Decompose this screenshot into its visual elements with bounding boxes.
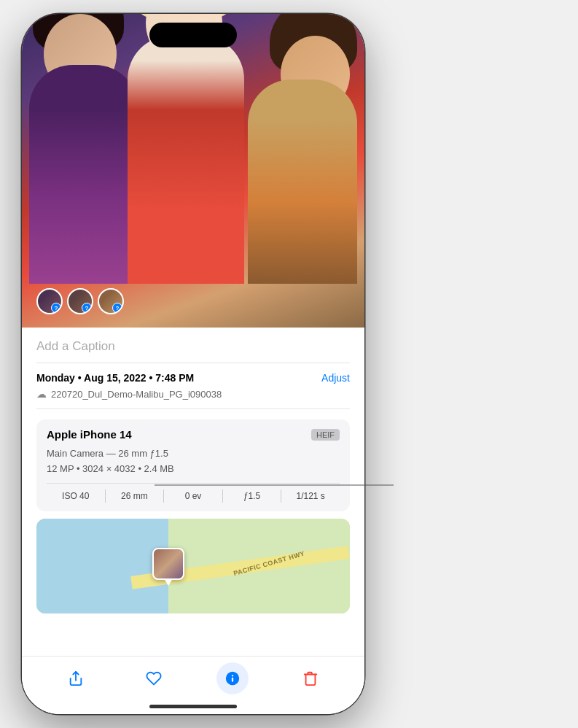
exif-shutter: 1/121 s [281,489,340,503]
face-circles-container: ? ? ? [36,288,124,314]
camera-model-row: Apple iPhone 14 HEIF [47,428,340,441]
camera-lens: Main Camera — 26 mm ƒ1.5 12 MP • 3024 × … [47,446,340,477]
phone-frame: ? ? ? Add a Caption Monday • Aug 15, 202… [22,14,364,714]
info-button[interactable] [216,662,249,694]
camera-model: Apple iPhone 14 [47,428,132,441]
person-right-body [248,80,357,284]
face-badge-2: ? [82,303,92,313]
file-row: ☁ 220720_Dul_Demo-Malibu_PG_i090038 [36,387,350,409]
home-indicator [149,705,237,708]
exif-ev: 0 ev [164,489,223,503]
exif-row: ISO 40 26 mm 0 ev ƒ1.5 1/121 s [47,483,340,503]
heif-badge: HEIF [311,429,340,441]
favorite-button[interactable] [138,662,170,694]
face-badge-1: ? [51,303,61,313]
face-circle-2[interactable]: ? [67,288,93,314]
screen: ? ? ? Add a Caption Monday • Aug 15, 202… [22,14,364,714]
photo-area: ? ? ? [22,14,364,328]
face-circle-1[interactable]: ? [36,288,63,314]
map-background: PACIFIC COAST HWY [36,519,350,613]
date-row: Monday • Aug 15, 2022 • 7:48 PM Adjust [36,363,350,387]
exif-aperture: ƒ1.5 [223,489,282,503]
map-area[interactable]: PACIFIC COAST HWY [36,519,350,613]
photo-date: Monday • Aug 15, 2022 • 7:48 PM [36,372,194,384]
camera-card: Apple iPhone 14 HEIF Main Camera — 26 mm… [36,419,350,511]
dynamic-island [149,23,237,47]
face-circle-3[interactable]: ? [98,288,124,314]
face-badge-3: ? [112,303,122,313]
person-center-body [128,36,244,284]
exif-mm: 26 mm [106,489,165,503]
adjust-button[interactable]: Adjust [321,372,350,384]
share-button[interactable] [60,662,92,694]
caption-field[interactable]: Add a Caption [36,328,350,363]
map-photo-thumbnail [152,548,184,580]
map-pin [152,548,184,586]
cloud-icon: ☁ [36,388,47,400]
delete-button[interactable] [294,662,327,694]
person-left-body [29,65,138,284]
map-pin-tail [164,578,173,586]
exif-iso: ISO 40 [47,489,106,503]
filename: 220720_Dul_Demo-Malibu_PG_i090038 [51,389,222,400]
